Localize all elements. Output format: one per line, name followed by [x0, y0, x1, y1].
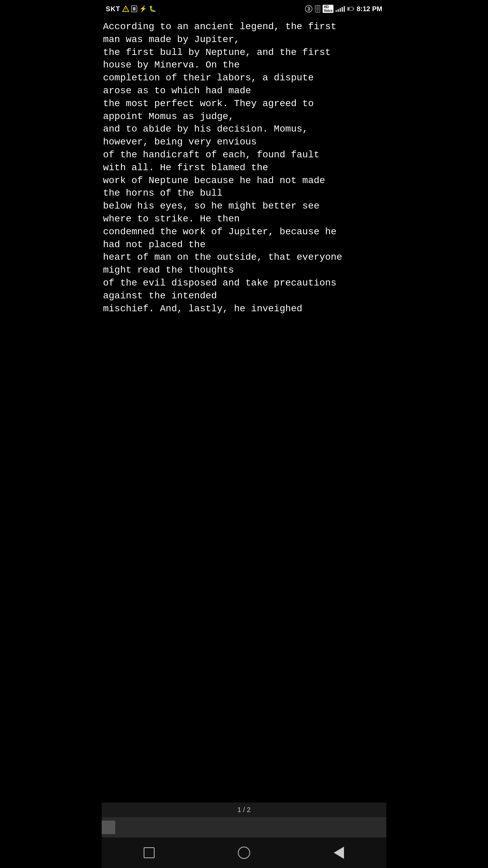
recent-apps-button[interactable]: [139, 843, 159, 863]
page-indicator: 1 / 2: [102, 803, 386, 817]
scrollbar-thumb[interactable]: [102, 821, 115, 834]
status-time: 8:12 PM: [357, 5, 382, 13]
status-right: HDVoice 8:12 PM: [305, 5, 382, 13]
usb-icon: ⚡: [139, 5, 147, 13]
back-button[interactable]: [329, 843, 349, 863]
warning-icon: !: [122, 5, 129, 12]
bluetooth-icon: [305, 5, 312, 13]
back-icon: [334, 847, 344, 859]
svg-point-4: [317, 11, 318, 12]
carrier-label: SKT: [106, 5, 120, 13]
home-icon: [238, 847, 250, 859]
svg-text:!: !: [125, 8, 126, 12]
phone-icon: [314, 5, 321, 13]
svg-rect-6: [348, 8, 350, 10]
scrollbar-area[interactable]: [102, 817, 386, 837]
screen-icon: [131, 5, 137, 12]
nav-bar: [102, 837, 386, 868]
signal-icon: [336, 6, 345, 12]
battery-icon: [347, 6, 354, 11]
bug-icon: 🐛: [149, 5, 156, 13]
status-bar: SKT ! ⚡ 🐛 HDVoice: [102, 0, 386, 18]
page-indicator-label: 1 / 2: [238, 806, 251, 813]
hd-voice-badge: HDVoice: [323, 5, 333, 13]
status-left: SKT ! ⚡ 🐛: [106, 5, 156, 13]
home-button[interactable]: [234, 843, 254, 863]
svg-rect-3: [316, 6, 319, 11]
svg-rect-7: [353, 8, 354, 9]
main-content: According to an ancient legend, the firs…: [102, 18, 386, 803]
story-text: According to an ancient legend, the firs…: [103, 20, 385, 315]
recent-apps-icon: [144, 847, 155, 858]
